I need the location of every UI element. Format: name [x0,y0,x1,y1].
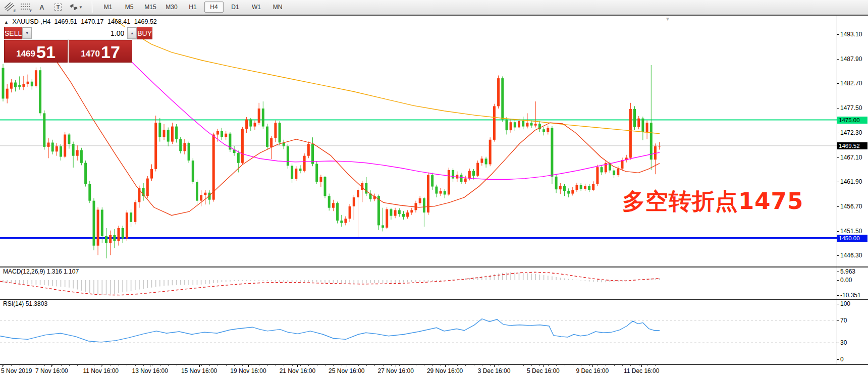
time-tick [445,365,446,367]
black-price-badge: 1469.52 [837,142,867,149]
time-minor-tick [614,365,615,366]
time-minor-tick [267,365,268,366]
time-minor-tick [193,365,193,366]
timeframe-button-h4[interactable]: H4 [204,2,224,13]
text-tool-icon[interactable]: A [35,2,48,13]
price-axis-label: 1493.10 [840,31,862,38]
time-minor-tick [28,365,28,366]
time-minor-tick [482,365,482,366]
rsi-label: RSI(14) 51.3803 [3,300,47,307]
buy-price-display[interactable]: 1470 17 [69,40,132,63]
mid-ma-line [119,49,660,180]
ohlc-high: 1470.17 [81,18,103,25]
sell-button[interactable]: SELL [4,27,22,39]
time-minor-tick [630,365,631,366]
symbol-title: XAUUSD-,H4 [12,18,50,25]
timeframe-button-mn[interactable]: MN [268,2,287,13]
ohlc-close: 1469.52 [134,18,157,25]
chart-shift-marker-icon[interactable]: ▼ [665,16,670,22]
sell-price-display[interactable]: 1469 51 [4,40,68,63]
fibonacci-retracement-icon[interactable]: F [19,2,32,13]
volume-decrease-button[interactable]: ▼ [22,27,32,39]
time-minor-tick [284,365,284,366]
time-minor-tick [160,365,160,366]
text-label-tool-icon[interactable]: T [51,2,65,13]
price-axis-label: 1446.30 [840,252,862,259]
time-minor-tick [416,365,416,366]
timeframe-button-m15[interactable]: M15 [141,2,160,13]
timeframe-button-m1[interactable]: M1 [98,2,118,13]
time-minor-tick [61,365,62,366]
timeframe-button-d1[interactable]: D1 [226,2,245,13]
time-minor-tick [209,365,210,366]
macd-indicator-panel[interactable] [0,267,837,299]
time-minor-tick [548,365,549,366]
time-axis-label: 11 Nov 16:00 [78,367,124,374]
one-click-trade-panel: SELL ▼ ▲ BUY 1469 51 1470 17 [4,27,132,63]
timeframe-button-w1[interactable]: W1 [247,2,266,13]
toolbar-separator [92,2,92,13]
time-minor-tick [647,365,647,366]
time-minor-tick [490,365,491,366]
fast-ma-line [48,49,660,216]
time-minor-tick [507,365,507,366]
time-minor-tick [449,365,449,366]
slow-ma-line [114,18,660,134]
time-minor-tick [589,365,590,366]
time-minor-tick [86,365,86,366]
time-minor-tick [242,365,243,366]
time-minor-tick [168,365,169,366]
time-minor-tick [152,365,152,366]
time-minor-tick [655,365,656,366]
volume-increase-button[interactable]: ▲ [127,27,137,39]
time-minor-tick [77,365,78,366]
sell-price-big: 51 [36,43,56,61]
macd-axis-label: 0.00 [840,277,852,284]
time-axis-label: 9 Dec 16:00 [570,367,615,374]
price-axis[interactable]: 1493.101487.901482.701477.501472.301467.… [837,15,868,376]
time-minor-tick [639,365,639,366]
volume-input[interactable] [32,27,127,39]
chevron-down-icon: ▼ [79,5,83,10]
time-axis-label: 15 Nov 16:00 [177,367,222,374]
time-minor-tick [259,365,259,366]
time-tick [494,365,495,367]
equidistant-channel-icon[interactable]: E [3,2,16,13]
time-tick [347,365,347,367]
chart-top-border [0,15,868,16]
timeframe-button-m5[interactable]: M5 [120,2,139,13]
time-minor-tick [581,365,581,366]
buy-button[interactable]: BUY [137,27,152,39]
time-minor-tick [366,365,367,366]
macd-name: MACD(12,26,9) [3,268,45,275]
time-axis-label: 29 Nov 16:00 [422,367,468,374]
time-minor-tick [606,365,606,366]
time-minor-tick [94,365,94,366]
time-minor-tick [52,365,53,366]
symbol-arrow-icon: ▲ [4,20,9,25]
green-price-badge: 1475.00 [837,117,867,124]
time-axis-label: 11 Dec 16:00 [619,367,664,374]
rsi-name: RSI(14) [3,300,24,307]
price-axis-label: 1472.30 [840,129,862,136]
time-minor-tick [177,365,177,366]
timeframe-button-h1[interactable]: H1 [183,2,202,13]
time-axis-label: 5 Dec 16:00 [520,367,566,374]
time-minor-tick [358,365,359,366]
macd-signal-line [0,272,660,295]
time-minor-tick [424,365,424,366]
rsi-indicator-panel[interactable] [0,300,837,364]
toolbar: E F A T ▼ M1M5M15M30H1H4D1W1MN [0,0,868,15]
time-minor-tick [474,365,474,366]
sell-price-small: 1469 [16,47,35,61]
price-axis-label: 1467.10 [840,154,862,161]
arrows-tool-icon[interactable]: ▼ [68,2,85,13]
time-axis-label: 19 Nov 16:00 [226,367,271,374]
timeframe-button-m30[interactable]: M30 [162,2,181,13]
time-axis[interactable]: 5 Nov 20197 Nov 16:0011 Nov 16:0013 Nov … [0,365,837,376]
time-axis-label: 21 Nov 16:00 [275,367,320,374]
price-axis-label: 1456.70 [840,203,862,210]
time-minor-tick [3,365,4,366]
time-axis-label: 5 Nov 2019 [1,367,32,374]
time-minor-tick [374,365,375,366]
